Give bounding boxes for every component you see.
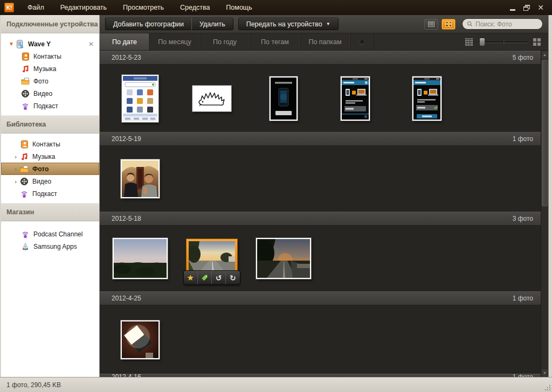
photo-row [100, 65, 541, 132]
tag-button[interactable] [197, 271, 211, 284]
store-item-podcast-channel[interactable]: Podcast Channel [1, 228, 99, 240]
sidebar: Подключенные устройства ▼ Wave Y ✕ Конта… [1, 15, 100, 377]
rotate-right-button[interactable]: ↻ [225, 271, 239, 284]
phone-app-screenshot [123, 76, 157, 121]
add-photos-button[interactable]: Добавить фотографии [105, 18, 191, 30]
device-item-label: Фото [33, 78, 49, 85]
rotate-left-button[interactable]: ↺ [211, 271, 225, 284]
scroll-up-arrow[interactable]: ▲ [542, 51, 548, 58]
close-button[interactable]: ✕ [534, 2, 548, 13]
library-item-podcast[interactable]: Подкаст [1, 187, 99, 200]
scrollbar-thumb[interactable] [542, 60, 548, 206]
photo-thumbnail[interactable] [412, 76, 441, 121]
tab-by-date[interactable]: По дате [100, 33, 150, 50]
thumbnail-size-slider[interactable] [478, 37, 528, 47]
tag-icon [201, 274, 209, 282]
group-photo-count: 1 фото [513, 135, 533, 143]
minimize-button[interactable] [506, 2, 520, 13]
slider-handle[interactable] [479, 38, 485, 46]
main-panel: Добавить фотографии Удалить Передать на … [100, 15, 548, 377]
store-item-samsung-apps[interactable]: Samsung Apps [1, 240, 99, 253]
menu-tools[interactable]: Средства [172, 0, 218, 15]
search-icon [467, 21, 473, 27]
resize-grip[interactable] [544, 384, 551, 391]
date-group-header: 2012-5-18 3 фото [100, 212, 541, 226]
grid-view-icon [445, 22, 452, 27]
store-item-label: Podcast Channel [33, 230, 82, 238]
road-dusk-photo [257, 239, 310, 278]
close-icon: ✕ [537, 4, 544, 11]
sidebar-device-wave-y[interactable]: ▼ Wave Y ✕ [1, 38, 99, 50]
list-view-button[interactable] [424, 19, 438, 30]
photo-thumbnail[interactable] [122, 75, 158, 122]
photo-thumbnail[interactable] [270, 76, 298, 121]
device-item-label: Музыка [33, 65, 56, 73]
device-disconnect-icon[interactable]: ✕ [88, 40, 94, 48]
photo-thumbnail[interactable] [256, 238, 311, 279]
dropdown-arrow-icon: ▼ [326, 22, 330, 26]
store-item-label: Samsung Apps [33, 243, 77, 250]
tab-by-tags[interactable]: По тегам [250, 33, 300, 50]
library-item-music[interactable]: › Музыка [1, 150, 99, 163]
window-frame-right [548, 15, 552, 377]
podcast-icon [20, 229, 30, 239]
menu-help[interactable]: Помощь [218, 0, 260, 15]
tab-by-folders[interactable]: По папкам [300, 33, 350, 50]
tab-by-month[interactable]: По месяцу [150, 33, 200, 50]
vertical-scrollbar[interactable]: ▲ ▼ [541, 51, 548, 377]
tab-by-year[interactable]: По году [200, 33, 250, 50]
film-reel-icon [20, 89, 30, 99]
chevron-right-icon[interactable]: › [12, 153, 19, 160]
search-box[interactable] [462, 18, 543, 30]
group-date: 2012-5-23 [112, 54, 141, 61]
photo-thumbnail[interactable] [121, 320, 160, 359]
store-header: Магазин [1, 203, 99, 221]
grid-view-button-active[interactable] [441, 19, 456, 30]
people-photo [122, 160, 158, 197]
restore-icon [523, 5, 530, 11]
device-tree: ▼ Wave Y ✕ Контакты [1, 33, 99, 115]
photo-edit-toolbar: ★ ↺ ↻ [183, 270, 240, 285]
favorites-star-icon: ★ [358, 36, 366, 47]
photo-content-area: 2012-5-23 5 фото [100, 51, 548, 377]
photo-thumbnail[interactable] [121, 159, 160, 198]
toolbar-right [421, 18, 543, 30]
library-item-video[interactable]: › Видео [1, 175, 99, 187]
menu-edit[interactable]: Редактировать [52, 0, 115, 15]
scroll-down-arrow[interactable]: ▼ [542, 369, 548, 376]
photo-thumbnail[interactable] [341, 76, 370, 121]
tab-favorites[interactable]: ★ [350, 33, 374, 50]
music-note-icon [19, 152, 29, 162]
library-item-photos-selected[interactable]: › Фото [1, 163, 99, 175]
chevron-right-icon[interactable]: › [12, 178, 19, 185]
group-photo-count: 5 фото [513, 54, 533, 61]
device-item-photos[interactable]: Фото [1, 75, 99, 87]
search-input[interactable] [475, 20, 538, 28]
restore-button[interactable] [520, 2, 534, 13]
device-item-music[interactable]: Музыка [1, 62, 99, 75]
device-item-contacts[interactable]: Контакты [1, 50, 99, 62]
device-item-podcast[interactable]: Подкаст [1, 100, 99, 112]
photo-thumbnail[interactable] [192, 86, 231, 111]
send-to-device-button[interactable]: Передать на устройство ▼ [238, 18, 339, 30]
status-bar: 1 фото, 290,45 KB [0, 377, 552, 392]
device-item-video[interactable]: Видео [1, 87, 99, 100]
photo-folder-icon [19, 164, 29, 174]
menu-file[interactable]: Файл [19, 0, 52, 15]
date-group-header: 2012-5-19 1 фото [100, 132, 541, 146]
menu-view[interactable]: Просмотреть [115, 0, 172, 15]
photo-thumbnail[interactable] [113, 238, 168, 279]
chevron-down-icon[interactable]: ▼ [8, 41, 15, 47]
large-thumbnails-icon[interactable] [533, 38, 541, 46]
small-thumbnails-icon[interactable] [465, 38, 473, 46]
store-tree: Podcast Channel Samsung Apps [1, 221, 99, 256]
library-tree: Контакты › Музыка › Фото › [1, 134, 99, 203]
photo-folder-icon [20, 76, 30, 86]
samsung-apps-icon [20, 242, 30, 251]
favorite-button[interactable]: ★ [184, 271, 197, 284]
library-item-contacts[interactable]: Контакты [1, 138, 99, 150]
slider-center-tick [503, 40, 504, 45]
dusk-landscape-photo [114, 239, 167, 278]
delete-button[interactable]: Удалить [191, 18, 233, 30]
chevron-right-icon[interactable]: › [12, 166, 19, 172]
